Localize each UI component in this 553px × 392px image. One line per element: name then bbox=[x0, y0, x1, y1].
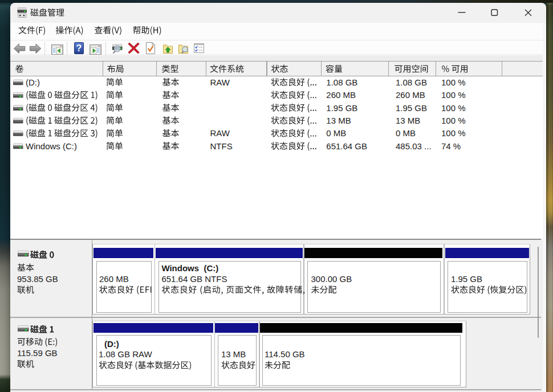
svg-text:1.95 GB: 1.95 GB bbox=[396, 103, 427, 113]
svg-text:1.08 GB RAW: 1.08 GB RAW bbox=[99, 349, 152, 359]
svg-text:74 %: 74 % bbox=[441, 141, 461, 151]
svg-text:RAW: RAW bbox=[210, 128, 230, 138]
svg-text:300.00 GB: 300.00 GB bbox=[311, 274, 352, 284]
svg-text:485.03 ...: 485.03 ... bbox=[396, 141, 432, 151]
svg-text:0 MB: 0 MB bbox=[326, 128, 346, 138]
svg-text:13 MB: 13 MB bbox=[396, 116, 420, 125]
svg-text:651.64 GB NTFS: 651.64 GB NTFS bbox=[161, 274, 227, 284]
svg-text:260 MB: 260 MB bbox=[99, 274, 129, 284]
svg-text:0 MB: 0 MB bbox=[396, 128, 416, 138]
svg-text:Windows (C:): Windows (C:) bbox=[161, 263, 218, 273]
svg-text:260 MB: 260 MB bbox=[396, 90, 425, 100]
svg-text:Windows (C:): Windows (C:) bbox=[26, 141, 77, 151]
svg-text:115.59 GB: 115.59 GB bbox=[17, 348, 58, 358]
svg-text:100 %: 100 % bbox=[441, 90, 466, 100]
svg-text:953.85 GB: 953.85 GB bbox=[17, 274, 58, 284]
svg-text:RAW: RAW bbox=[210, 77, 230, 87]
svg-text:13 MB: 13 MB bbox=[221, 349, 246, 359]
svg-text:1.95 GB: 1.95 GB bbox=[326, 103, 357, 113]
svg-text:260 MB: 260 MB bbox=[326, 90, 356, 100]
svg-text:1.08 GB: 1.08 GB bbox=[326, 77, 357, 87]
svg-text:(D:): (D:) bbox=[104, 339, 119, 349]
svg-text:NTFS: NTFS bbox=[210, 141, 233, 151]
svg-text:100 %: 100 % bbox=[441, 77, 466, 87]
svg-text:(D:): (D:) bbox=[26, 77, 40, 87]
svg-text:651.64 GB: 651.64 GB bbox=[326, 141, 367, 151]
svg-text:1.08 GB: 1.08 GB bbox=[396, 77, 427, 87]
svg-text:100 %: 100 % bbox=[441, 128, 466, 138]
svg-text:1.95 GB: 1.95 GB bbox=[451, 274, 482, 284]
svg-text:100 %: 100 % bbox=[441, 116, 466, 125]
svg-text:100 %: 100 % bbox=[441, 103, 466, 113]
svg-text:?: ? bbox=[76, 43, 82, 53]
svg-text:13 MB: 13 MB bbox=[326, 116, 351, 125]
svg-text:114.50 GB: 114.50 GB bbox=[265, 349, 305, 359]
